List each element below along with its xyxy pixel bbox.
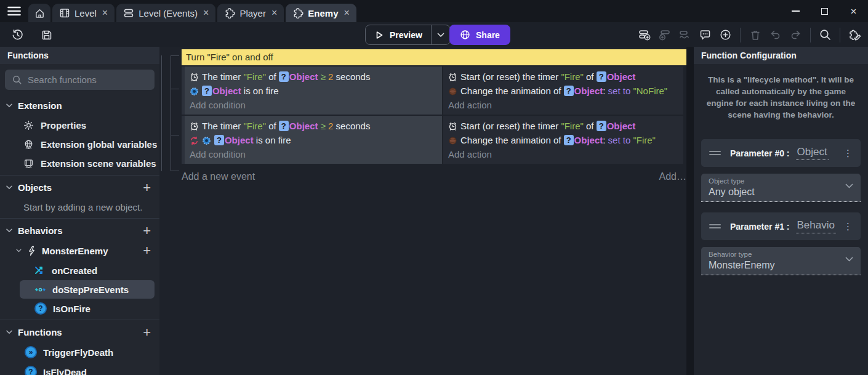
select-value: Any object: [709, 187, 853, 198]
extension-icon: [292, 7, 303, 18]
parameter-row-1[interactable]: Parameter #1 : Behavio ⋮: [701, 212, 861, 240]
save-icon[interactable]: [38, 26, 55, 43]
preview-button[interactable]: Preview: [366, 25, 431, 44]
search-functions-input[interactable]: [28, 75, 148, 85]
tab-enemy[interactable]: Enemy ×: [286, 4, 356, 22]
section-extension[interactable]: Extension: [0, 95, 159, 116]
add-condition-link[interactable]: Add condition: [185, 98, 442, 112]
share-button[interactable]: Share: [449, 25, 510, 45]
action-change-animation[interactable]: Change the animation of ?Object: set to …: [443, 133, 683, 147]
drag-handle-icon[interactable]: [709, 224, 721, 228]
lifecycle-description: This is a "lifecycle method". It will be…: [702, 74, 859, 121]
history-icon[interactable]: [9, 26, 26, 43]
behavior-function-icon: ?: [34, 302, 47, 315]
action-start-timer[interactable]: Start (or reset) the timer "Fire" of ?Ob…: [443, 119, 683, 133]
section-functions[interactable]: Functions +: [0, 322, 159, 342]
search-icon[interactable]: [817, 26, 834, 43]
sheet-footer: Add a new event Add…: [182, 171, 686, 182]
event-tree-tick: [171, 55, 179, 56]
add-subevent-icon[interactable]: [656, 26, 673, 43]
section-objects[interactable]: Objects +: [0, 177, 159, 198]
event-tree-line: [171, 55, 171, 171]
minimize-button[interactable]: [781, 0, 810, 22]
oncreated-icon: [34, 266, 46, 275]
condition-is-on-fire-inverted[interactable]: ?Object is on fire: [185, 133, 442, 147]
function-icon: ?: [25, 366, 37, 375]
sidebar-divider: [0, 218, 159, 219]
globe-icon: [460, 30, 470, 40]
chevron-down-icon: [6, 103, 12, 108]
add-object-button[interactable]: +: [143, 181, 151, 195]
add-function-button[interactable]: +: [143, 326, 151, 339]
close-tab-icon[interactable]: ×: [271, 7, 277, 18]
sidebar-item-properties[interactable]: Properties: [0, 116, 159, 135]
add-action-link[interactable]: Add action: [443, 98, 683, 112]
sidebar-item-isflydead[interactable]: ? IsFlyDead: [0, 362, 159, 375]
add-condition-link[interactable]: Add condition: [185, 147, 442, 161]
close-tab-icon[interactable]: ×: [102, 7, 108, 18]
event-row[interactable]: The timer "Fire" of ?Object ≥ 2 seconds …: [182, 67, 686, 115]
chevron-down-icon: [845, 257, 853, 262]
section-behaviors[interactable]: Behaviors +: [0, 220, 159, 241]
parameter-row-0[interactable]: Parameter #0 : Object ⋮: [701, 139, 861, 167]
behavior-monsterenemy[interactable]: MonsterEnemy +: [0, 241, 159, 260]
sidebar-item-extension-scene-variables[interactable]: Extension scene variables: [0, 154, 159, 173]
add-circle-icon[interactable]: [717, 26, 734, 43]
parameter-name-input[interactable]: Behavio: [796, 219, 836, 233]
preview-label: Preview: [390, 30, 422, 40]
condition-timer[interactable]: The timer "Fire" of ?Object ≥ 2 seconds: [185, 119, 442, 133]
behavior-gear-icon: [202, 136, 211, 145]
event-row[interactable]: The timer "Fire" of ?Object ≥ 2 seconds …: [182, 116, 686, 164]
add-behavior-function-button[interactable]: +: [143, 244, 151, 257]
edit-extension-icon[interactable]: [846, 26, 863, 43]
add-action-link[interactable]: Add action: [443, 147, 683, 161]
timer-icon: [190, 121, 199, 131]
add-event-icon[interactable]: [636, 26, 653, 43]
kebab-menu-icon[interactable]: ⋮: [843, 221, 853, 232]
add-other-event-icon[interactable]: [677, 26, 693, 43]
event-comment[interactable]: Turn "Fire" on and off: [182, 49, 686, 65]
sidebar-item-extension-global-variables[interactable]: Extension global variables: [0, 135, 159, 154]
sidebar-item-dosteppreevents[interactable]: doStepPreEvents: [20, 280, 155, 299]
close-button[interactable]: ×: [839, 0, 868, 22]
add-more-link[interactable]: Add…: [659, 171, 686, 182]
sidebar-item-triggerflydeath[interactable]: » TriggerFlyDeath: [0, 342, 159, 362]
chevron-down-icon: [6, 228, 12, 233]
drag-handle-icon[interactable]: [709, 151, 721, 155]
add-comment-icon[interactable]: [697, 26, 713, 43]
sidebar-item-oncreated[interactable]: onCreated: [0, 261, 159, 280]
object-param-badge: ?: [597, 121, 606, 131]
maximize-button[interactable]: [810, 0, 839, 22]
delete-icon[interactable]: [747, 26, 763, 43]
project-manager-menu-icon[interactable]: [7, 6, 21, 16]
functions-sidebar: Functions Extension Properties: [0, 47, 159, 375]
preview-options-button[interactable]: [431, 25, 450, 44]
kebab-menu-icon[interactable]: ⋮: [843, 148, 853, 159]
redo-icon[interactable]: [787, 26, 804, 43]
close-tab-icon[interactable]: ×: [203, 7, 209, 18]
action-start-timer[interactable]: Start (or reset) the timer "Fire" of ?Ob…: [443, 70, 683, 84]
tab-player[interactable]: Player ×: [217, 4, 284, 22]
condition-is-on-fire[interactable]: ?Object is on fire: [185, 84, 442, 98]
tab-home[interactable]: [28, 4, 50, 22]
add-behavior-button[interactable]: +: [143, 224, 151, 238]
sidebar-item-isonfire[interactable]: ? IsOnFire: [0, 299, 159, 318]
tab-level-events[interactable]: Level (Events) ×: [116, 4, 215, 22]
behavior-type-select[interactable]: Behavior type MonsterEnemy: [701, 247, 861, 275]
condition-timer[interactable]: The timer "Fire" of ?Object ≥ 2 seconds: [185, 70, 442, 84]
object-param-badge: ?: [564, 135, 574, 145]
search-functions-box[interactable]: [5, 70, 155, 90]
content: Functions Extension Properties: [0, 47, 868, 375]
close-tab-icon[interactable]: ×: [344, 7, 350, 18]
function-label: IsFlyDead: [43, 367, 87, 375]
parameter-name-input[interactable]: Object: [796, 146, 829, 160]
undo-icon[interactable]: [767, 26, 784, 43]
add-new-event-link[interactable]: Add a new event: [182, 171, 255, 182]
section-label: Behaviors: [18, 225, 63, 236]
object-type-select[interactable]: Object type Any object: [701, 174, 861, 202]
action-change-animation[interactable]: Change the animation of ?Object: set to …: [443, 84, 683, 98]
parameter-label: Parameter #0 :: [730, 148, 790, 158]
panel-splitter[interactable]: [686, 47, 694, 375]
tab-level[interactable]: Level ×: [52, 4, 115, 22]
scene-variables-icon: [23, 158, 34, 169]
